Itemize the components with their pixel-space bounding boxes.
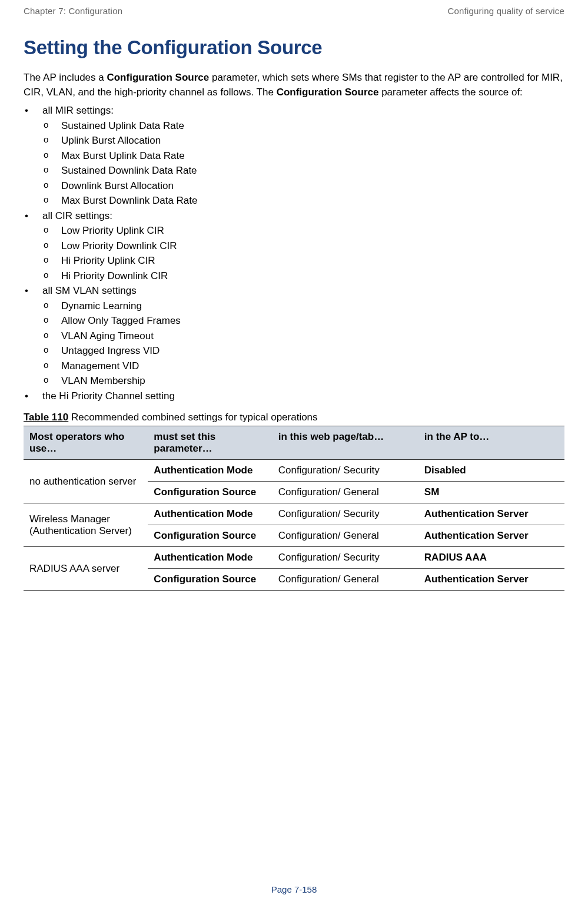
table-caption-text: Recommended combined settings for typica… bbox=[68, 412, 317, 423]
col-page: in this web page/tab… bbox=[273, 426, 418, 460]
intro-b1: Configuration Source bbox=[107, 72, 209, 83]
list-item: all CIR settings: Low Priority Uplink CI… bbox=[24, 208, 564, 284]
header-right: Configuring quality of service bbox=[447, 6, 564, 16]
sublist-item: Hi Priority Uplink CIR bbox=[42, 253, 564, 268]
list-item: the Hi Priority Channel setting bbox=[24, 389, 564, 404]
page-cell: Configuration/ Security bbox=[273, 547, 418, 569]
group-label: RADIUS AAA server bbox=[24, 547, 148, 591]
page-cell: Configuration/ General bbox=[273, 482, 418, 503]
group-label: no authentication server bbox=[24, 460, 148, 503]
header-left: Chapter 7: Configuration bbox=[24, 6, 122, 16]
table-label: Table 110 bbox=[24, 412, 68, 423]
page-cell: Configuration/ Security bbox=[273, 503, 418, 525]
sublist-item: VLAN Aging Timeout bbox=[42, 329, 564, 344]
intro-pre: The AP includes a bbox=[24, 72, 107, 83]
list-label: all MIR settings: bbox=[42, 105, 114, 116]
page-title: Setting the Configuration Source bbox=[24, 37, 564, 59]
page-number: Page 7-158 bbox=[0, 884, 588, 894]
sublist-item: Sustained Downlink Data Rate bbox=[42, 163, 564, 178]
value-cell: RADIUS AAA bbox=[418, 547, 564, 569]
sublist: Low Priority Uplink CIR Low Priority Dow… bbox=[42, 223, 564, 283]
sublist: Dynamic Learning Allow Only Tagged Frame… bbox=[42, 299, 564, 389]
sublist-item: Low Priority Uplink CIR bbox=[42, 223, 564, 238]
sublist-item: Max Burst Uplink Data Rate bbox=[42, 148, 564, 164]
param-cell: Configuration Source bbox=[148, 482, 272, 503]
running-header: Chapter 7: Configuration Configuring qua… bbox=[24, 6, 564, 16]
value-cell: Authentication Server bbox=[418, 503, 564, 525]
sublist-item: Uplink Burst Allocation bbox=[42, 133, 564, 148]
col-operators: Most operators who use… bbox=[24, 426, 148, 460]
sublist-item: Untagged Ingress VID bbox=[42, 343, 564, 359]
sublist-item: VLAN Membership bbox=[42, 373, 564, 389]
list-item: all MIR settings: Sustained Uplink Data … bbox=[24, 103, 564, 208]
param-cell: Authentication Mode bbox=[148, 547, 272, 569]
list-label: the Hi Priority Channel setting bbox=[42, 390, 175, 402]
intro-paragraph: The AP includes a Configuration Source p… bbox=[24, 71, 564, 100]
sublist-item: Sustained Uplink Data Rate bbox=[42, 118, 564, 134]
intro-post: parameter affects the source of: bbox=[378, 87, 522, 98]
value-cell: SM bbox=[418, 482, 564, 503]
table-row: RADIUS AAA server Authentication Mode Co… bbox=[24, 547, 564, 569]
intro-b2: Configuration Source bbox=[277, 87, 379, 98]
settings-table: Most operators who use… must set this pa… bbox=[24, 426, 564, 591]
page: Chapter 7: Configuration Configuring qua… bbox=[0, 0, 588, 915]
sublist-item: Downlink Burst Allocation bbox=[42, 178, 564, 194]
col-value: in the AP to… bbox=[418, 426, 564, 460]
table-row: no authentication server Authentication … bbox=[24, 460, 564, 482]
table-caption: Table 110 Recommended combined settings … bbox=[24, 412, 564, 423]
page-cell: Configuration/ General bbox=[273, 525, 418, 547]
value-cell: Authentication Server bbox=[418, 569, 564, 591]
list-label: all SM VLAN settings bbox=[42, 285, 137, 296]
param-cell: Configuration Source bbox=[148, 569, 272, 591]
sublist-item: Dynamic Learning bbox=[42, 299, 564, 314]
page-cell: Configuration/ Security bbox=[273, 460, 418, 482]
group-label: Wireless Manager (Authentication Server) bbox=[24, 503, 148, 547]
param-cell: Authentication Mode bbox=[148, 460, 272, 482]
sublist-item: Management VID bbox=[42, 359, 564, 374]
sublist-item: Max Burst Downlink Data Rate bbox=[42, 193, 564, 208]
sublist-item: Hi Priority Downlink CIR bbox=[42, 268, 564, 284]
page-cell: Configuration/ General bbox=[273, 569, 418, 591]
table-header-row: Most operators who use… must set this pa… bbox=[24, 426, 564, 460]
table-row: Wireless Manager (Authentication Server)… bbox=[24, 503, 564, 525]
value-cell: Authentication Server bbox=[418, 525, 564, 547]
sublist-item: Low Priority Downlink CIR bbox=[42, 238, 564, 254]
list-item: all SM VLAN settings Dynamic Learning Al… bbox=[24, 283, 564, 389]
sublist-item: Allow Only Tagged Frames bbox=[42, 313, 564, 329]
param-cell: Configuration Source bbox=[148, 525, 272, 547]
list-label: all CIR settings: bbox=[42, 210, 112, 221]
param-cell: Authentication Mode bbox=[148, 503, 272, 525]
sublist: Sustained Uplink Data Rate Uplink Burst … bbox=[42, 118, 564, 208]
settings-list: all MIR settings: Sustained Uplink Data … bbox=[24, 103, 564, 403]
value-cell: Disabled bbox=[418, 460, 564, 482]
col-parameter: must set this parameter… bbox=[148, 426, 272, 460]
